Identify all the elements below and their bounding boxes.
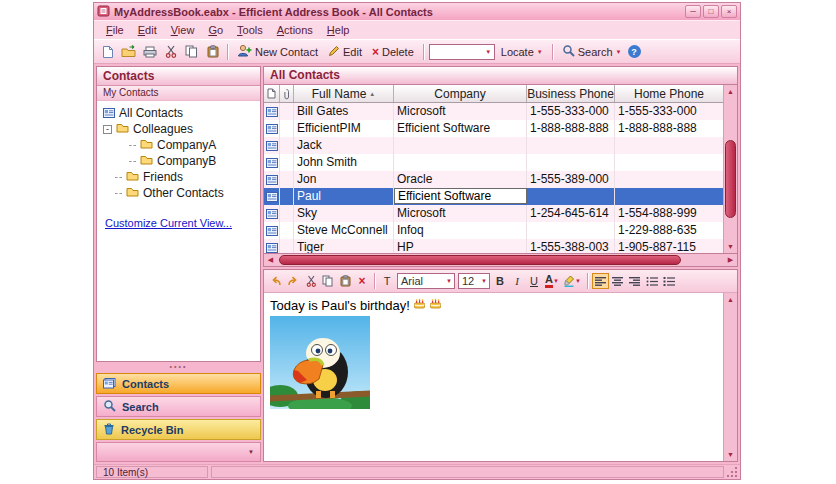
column-label: Company — [434, 87, 485, 101]
menu-edit[interactable]: Edit — [131, 22, 164, 38]
table-row[interactable]: PaulEfficient Software — [264, 188, 723, 205]
align-right-button[interactable] — [627, 273, 643, 289]
window-title: MyAddressBook.eabx - Efficient Address B… — [114, 6, 681, 18]
tree-item-colleagues[interactable]: - Colleagues — [99, 121, 258, 137]
close-button[interactable]: × — [721, 5, 737, 18]
font-family-select[interactable]: Arial ▼ — [397, 273, 455, 289]
new-contact-button[interactable]: New Contact — [233, 42, 322, 61]
contact-card-icon — [264, 154, 280, 171]
cut-icon[interactable] — [303, 273, 319, 289]
nav-recycle-bin-button[interactable]: Recycle Bin — [96, 419, 261, 440]
edit-contact-button[interactable]: Edit — [324, 43, 366, 61]
table-row[interactable]: JonOracle1-555-389-000 — [264, 171, 723, 188]
menu-actions[interactable]: Actions — [270, 22, 320, 38]
scroll-up-icon[interactable]: ▲ — [724, 85, 738, 98]
tree-item-other-contacts[interactable]: Other Contacts — [99, 185, 258, 201]
table-row[interactable]: John Smith — [264, 154, 723, 171]
undo-icon[interactable] — [267, 273, 284, 289]
table-row[interactable]: Jack — [264, 137, 723, 154]
minimize-button[interactable]: ─ — [685, 5, 701, 18]
table-row[interactable]: EfficientPIMEfficient Software1-888-888-… — [264, 120, 723, 137]
app-icon — [97, 3, 110, 21]
font-color-button[interactable]: A▼ — [543, 273, 561, 289]
scrollbar-thumb[interactable] — [725, 140, 736, 218]
tree-item-friends[interactable]: Friends — [99, 169, 258, 185]
nav-contacts-button[interactable]: Contacts — [96, 373, 261, 394]
scrollbar-track[interactable] — [724, 98, 737, 240]
column-header-type[interactable] — [264, 85, 280, 102]
column-header-full-name[interactable]: Full Name ▲ — [294, 85, 394, 102]
new-file-button[interactable] — [98, 42, 117, 61]
business-phone-cell: 1-888-888-888 — [527, 120, 615, 137]
redo-icon[interactable] — [285, 273, 302, 289]
help-icon[interactable]: ? — [628, 45, 641, 58]
scroll-left-icon[interactable]: ◀ — [264, 254, 277, 267]
column-header-company[interactable]: Company — [394, 85, 527, 102]
quick-search-dropdown-icon[interactable]: ▼ — [483, 45, 494, 59]
scrollbar-thumb[interactable] — [279, 255, 681, 265]
status-panel — [211, 466, 724, 478]
open-file-button[interactable] — [119, 42, 138, 61]
sidebar-splitter[interactable]: •••• — [96, 362, 261, 371]
column-header-home-phone[interactable]: Home Phone — [615, 85, 723, 102]
contacts-panel: Contacts My Contacts All Contacts - Coll… — [96, 66, 261, 362]
paste-icon[interactable] — [337, 273, 353, 289]
scroll-right-icon[interactable]: ▶ — [724, 254, 737, 267]
font-size-select[interactable]: 12 ▼ — [458, 273, 490, 289]
tree-item-company-a[interactable]: CompanyA — [99, 137, 258, 153]
table-vertical-scrollbar[interactable]: ▲ ▼ — [723, 85, 737, 253]
font-icon[interactable]: T — [379, 273, 395, 289]
table-row[interactable]: Steve McConnellInfoq1-229-888-635 — [264, 222, 723, 239]
table-horizontal-scrollbar[interactable]: ◀ ▶ — [263, 254, 738, 267]
scroll-down-icon[interactable]: ▼ — [724, 240, 738, 253]
underline-button[interactable]: U — [526, 273, 542, 289]
menu-view[interactable]: View — [164, 22, 202, 38]
editor-vertical-scrollbar[interactable]: ▲ ▼ — [723, 293, 737, 461]
bullet-list-button[interactable] — [644, 273, 660, 289]
menu-help[interactable]: Help — [320, 22, 357, 38]
delete-contact-button[interactable]: × Delete — [368, 44, 418, 60]
company-cell: Infoq — [394, 222, 527, 239]
maximize-button[interactable]: □ — [703, 5, 719, 18]
print-button[interactable] — [140, 42, 159, 61]
customize-view-link[interactable]: Customize Current View... — [105, 217, 232, 229]
column-header-attachment[interactable] — [280, 85, 294, 102]
menu-file[interactable]: File — [99, 22, 131, 38]
align-center-button[interactable] — [610, 273, 626, 289]
tree-item-company-b[interactable]: CompanyB — [99, 153, 258, 169]
resize-grip[interactable] — [727, 467, 738, 478]
column-header-business-phone[interactable]: Business Phone — [527, 85, 615, 102]
delete-icon[interactable]: × — [354, 273, 370, 289]
contacts-nav-icon — [103, 378, 116, 389]
table-row[interactable]: TigerHP1-555-388-0031-905-887-115 — [264, 239, 723, 253]
scroll-up-icon[interactable]: ▲ — [724, 293, 738, 306]
scrollbar-track[interactable] — [277, 254, 724, 266]
numbered-list-button[interactable] — [661, 273, 677, 289]
scrollbar-track[interactable] — [724, 306, 737, 448]
home-phone-cell: 1-229-888-635 — [615, 222, 723, 239]
notes-editor: × T Arial ▼ 12 ▼ B I U A▼ ▼ — [263, 269, 738, 462]
nav-search-button[interactable]: Search — [96, 396, 261, 417]
menu-tools[interactable]: Tools — [230, 22, 270, 38]
cut-button[interactable] — [161, 42, 180, 61]
locate-button[interactable]: Locate ▼ — [497, 44, 547, 60]
nav-options-bar[interactable]: ▼ — [96, 442, 261, 462]
bold-button[interactable]: B — [492, 273, 508, 289]
highlight-button[interactable]: ▼ — [562, 273, 583, 289]
table-row[interactable]: SkyMicrosoft1-254-645-6141-554-888-999 — [264, 205, 723, 222]
locate-label: Locate — [501, 46, 534, 58]
copy-icon[interactable] — [320, 273, 336, 289]
align-left-button[interactable] — [592, 273, 609, 289]
table-row[interactable]: Bill GatesMicrosoft1-555-333-0001-555-33… — [264, 103, 723, 120]
quick-search-input[interactable] — [430, 45, 483, 59]
search-button[interactable]: Search ▼ — [558, 42, 626, 61]
scroll-down-icon[interactable]: ▼ — [724, 448, 738, 461]
paste-button[interactable] — [203, 42, 222, 61]
app-window: MyAddressBook.eabx - Efficient Address B… — [93, 2, 741, 480]
menu-go[interactable]: Go — [201, 22, 230, 38]
copy-button[interactable] — [182, 42, 201, 61]
italic-button[interactable]: I — [509, 273, 525, 289]
tree-item-all-contacts[interactable]: All Contacts — [99, 105, 258, 121]
note-content[interactable]: Today is Paul's birthday! — [264, 293, 723, 461]
collapse-box-icon[interactable]: - — [103, 125, 112, 134]
